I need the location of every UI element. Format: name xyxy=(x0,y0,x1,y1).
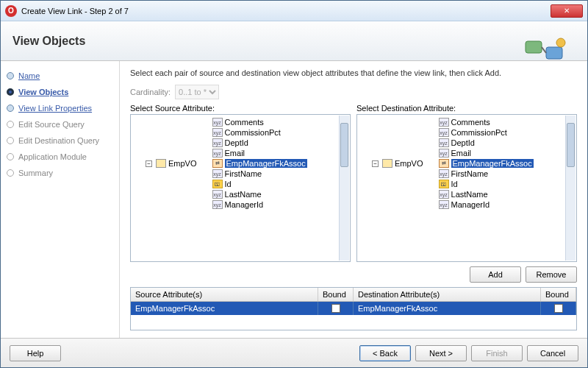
wizard-step-edit-destination-query: Edit Destination Query xyxy=(5,133,115,148)
view-object-icon xyxy=(156,159,166,168)
window-title: Create View Link - Step 2 of 7 xyxy=(21,7,551,15)
tree-node[interactable]: xyzFirstName xyxy=(212,169,307,179)
step-dot-icon xyxy=(7,121,14,128)
wizard-step-summary: Summary xyxy=(5,166,115,180)
tree-node[interactable]: ⚿Id xyxy=(439,179,534,189)
association-icon: ⇄ xyxy=(212,159,223,168)
tree-node[interactable]: xyzLastName xyxy=(212,189,307,199)
tree-node[interactable]: xyzManagerId xyxy=(212,199,307,210)
attribute-icon: xyz xyxy=(439,149,449,158)
svg-rect-1 xyxy=(546,47,562,59)
cardinality-row: Cardinality: 0..1 to * xyxy=(130,85,577,99)
dest-tree[interactable]: −EmpVOxyzCommentsxyzCommissionPctxyzDept… xyxy=(356,114,577,262)
col-source: Source Attribute(s) xyxy=(131,288,318,301)
svg-rect-0 xyxy=(526,41,542,53)
attribute-icon: xyz xyxy=(212,118,223,127)
wizard-header: View Objects xyxy=(1,21,587,61)
attribute-icon: xyz xyxy=(439,128,449,137)
checkbox[interactable] xyxy=(554,304,563,313)
source-tree[interactable]: −EmpVOxyzCommentsxyzCommissionPctxyzDept… xyxy=(130,114,351,262)
tree-node[interactable]: xyzEmail xyxy=(439,148,534,158)
tree-node[interactable]: ⇄EmpManagerFkAssoc xyxy=(212,158,307,169)
step-dot-icon xyxy=(7,153,14,160)
col-bound-dst: Bound xyxy=(541,288,576,301)
tree-node[interactable]: xyzEmail xyxy=(212,148,307,158)
cell-bound-dst[interactable] xyxy=(541,302,576,315)
cell-src: EmpManagerFkAssoc xyxy=(131,302,318,315)
tree-node[interactable]: xyzFirstName xyxy=(439,169,534,179)
dest-tree-pane: Select Destination Attribute: −EmpVOxyzC… xyxy=(356,104,577,262)
wizard-main: Select each pair of source and destinati… xyxy=(120,61,587,338)
col-dest: Destination Attribute(s) xyxy=(354,288,541,301)
scrollbar[interactable] xyxy=(565,116,576,261)
wizard-footer: Help < Back Next > Finish Cancel xyxy=(1,338,587,367)
wizard-step-application-module: Application Module xyxy=(5,149,115,164)
attribute-icon: xyz xyxy=(212,190,223,199)
wizard-step-edit-source-query: Edit Source Query xyxy=(5,117,115,132)
tree-node[interactable]: xyzComments xyxy=(439,117,534,127)
tree-node[interactable]: xyzCommissionPct xyxy=(439,127,534,138)
wizard-step-view-objects[interactable]: View Objects xyxy=(5,85,115,99)
scrollbar[interactable] xyxy=(339,116,349,261)
tree-node[interactable]: xyzDeptId xyxy=(212,138,307,148)
wizard-window: O Create View Link - Step 2 of 7 ✕ View … xyxy=(0,0,588,368)
tree-node[interactable]: xyzManagerId xyxy=(439,199,534,210)
tree-node-root[interactable]: −EmpVOxyzCommentsxyzCommissionPctxyzDept… xyxy=(372,116,575,210)
remove-button[interactable]: Remove xyxy=(526,266,577,283)
attribute-icon: xyz xyxy=(439,190,449,199)
attribute-icon: xyz xyxy=(212,200,223,209)
titlebar[interactable]: O Create View Link - Step 2 of 7 ✕ xyxy=(1,1,587,21)
wizard-steps-sidebar: NameView ObjectsView Link PropertiesEdit… xyxy=(1,61,120,338)
col-bound-src: Bound xyxy=(318,288,354,301)
association-icon: ⇄ xyxy=(439,159,449,168)
add-button[interactable]: Add xyxy=(470,266,521,283)
attribute-icon: xyz xyxy=(212,169,223,178)
tree-node[interactable]: xyzCommissionPct xyxy=(212,127,307,138)
next-button[interactable]: Next > xyxy=(415,345,467,361)
collapse-icon[interactable]: − xyxy=(146,160,152,167)
close-button[interactable]: ✕ xyxy=(551,4,583,18)
attribute-icon: xyz xyxy=(212,128,223,137)
attribute-icon: xyz xyxy=(212,149,223,158)
step-label: Edit Destination Query xyxy=(18,136,99,145)
step-label: View Objects xyxy=(18,88,68,96)
attribute-icon: xyz xyxy=(212,138,223,147)
source-tree-label: Select Source Attribute: xyxy=(130,104,351,113)
finish-button: Finish xyxy=(471,345,523,361)
wizard-step-name[interactable]: Name xyxy=(5,68,115,83)
tree-node-root[interactable]: −EmpVOxyzCommentsxyzCommissionPctxyzDept… xyxy=(146,116,348,210)
table-row[interactable]: EmpManagerFkAssoc EmpManagerFkAssoc xyxy=(131,302,576,315)
step-label: Edit Source Query xyxy=(18,120,85,129)
attribute-icon: xyz xyxy=(439,138,449,147)
tree-node[interactable]: xyzLastName xyxy=(439,189,534,199)
step-dot-icon xyxy=(7,137,14,144)
attribute-icon: xyz xyxy=(439,118,449,127)
step-label: View Link Properties xyxy=(18,104,92,113)
back-button[interactable]: < Back xyxy=(359,345,411,361)
attributes-table[interactable]: Source Attribute(s) Bound Destination At… xyxy=(130,287,577,330)
step-dot-icon xyxy=(7,169,14,177)
cell-bound-src[interactable] xyxy=(318,302,354,315)
checkbox[interactable] xyxy=(331,304,340,313)
tree-node[interactable]: xyzComments xyxy=(212,117,307,127)
dest-tree-label: Select Destination Attribute: xyxy=(356,104,577,113)
source-tree-pane: Select Source Attribute: −EmpVOxyzCommen… xyxy=(130,104,351,262)
app-icon: O xyxy=(5,5,17,17)
help-button[interactable]: Help xyxy=(10,345,61,361)
cell-dst: EmpManagerFkAssoc xyxy=(354,302,541,315)
tree-node[interactable]: ⚿Id xyxy=(212,179,307,189)
svg-point-2 xyxy=(556,38,565,47)
cancel-button[interactable]: Cancel xyxy=(527,345,578,361)
key-icon: ⚿ xyxy=(439,180,449,188)
step-dot-icon xyxy=(7,88,14,96)
step-label: Name xyxy=(18,71,40,80)
cardinality-select: 0..1 to * xyxy=(175,85,219,99)
wizard-step-view-link-properties[interactable]: View Link Properties xyxy=(5,101,115,116)
cardinality-label: Cardinality: xyxy=(130,88,171,96)
tree-node[interactable]: ⇄EmpManagerFkAssoc xyxy=(439,158,534,169)
tree-node[interactable]: xyzDeptId xyxy=(439,138,534,148)
attribute-icon: xyz xyxy=(439,169,449,178)
collapse-icon[interactable]: − xyxy=(372,160,379,167)
attribute-icon: xyz xyxy=(439,200,449,209)
step-dot-icon xyxy=(7,72,14,79)
